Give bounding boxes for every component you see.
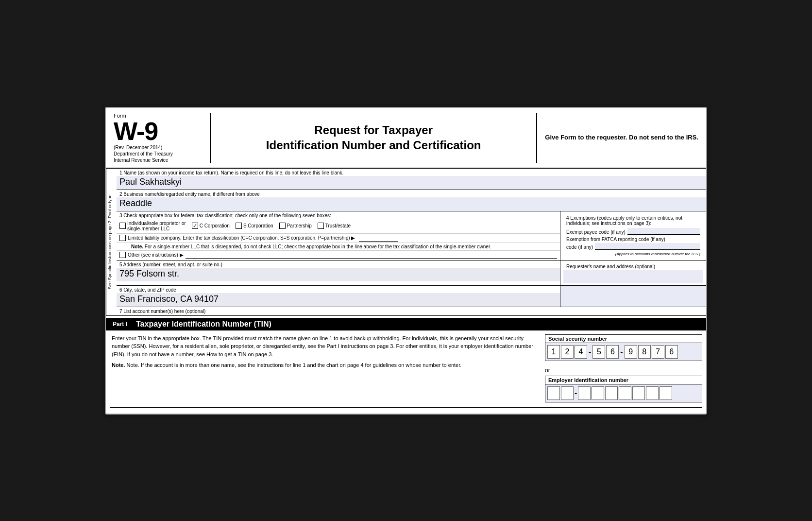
ssn-d8[interactable]: 7	[652, 345, 664, 359]
check-ccorp[interactable]: ✓ C Corporation	[192, 223, 230, 229]
checkbox-other[interactable]	[119, 252, 126, 258]
checkbox-llc[interactable]	[119, 235, 126, 241]
field-row-5: 5 Address (number, street, and apt. or s…	[117, 260, 706, 286]
form-body: See Specific Instructions on page 2. Pri…	[106, 169, 706, 316]
code-if-any: code (if any)	[566, 244, 593, 250]
ein-dash1: -	[575, 389, 577, 398]
llc-label: Limited liability company. Enter the tax…	[128, 235, 355, 241]
note-bold: Note.	[112, 362, 125, 368]
ein-d4[interactable]	[592, 386, 604, 400]
other-line[interactable]	[186, 252, 557, 259]
header-right-note: Give Form to the requester. Do not send …	[536, 113, 698, 163]
checkbox-ccorp[interactable]: ✓	[192, 223, 198, 229]
check-partnership[interactable]: Partnership	[279, 223, 312, 229]
fatca-line[interactable]	[595, 243, 700, 250]
field6-value[interactable]: San Francisco, CA 94107	[117, 293, 560, 307]
ein-d3[interactable]	[578, 386, 591, 400]
part1-title: Taxpayer Identification Number (TIN)	[136, 320, 271, 329]
other-label: Other (see instructions) ▶	[128, 252, 184, 258]
sidebar-label: See Specific Instructions on page 2. Pri…	[106, 169, 117, 315]
bottom-spacer	[106, 408, 706, 414]
field5-label: 5 Address (number, street, and apt. or s…	[117, 260, 560, 268]
classification-section: 3 Check appropriate box for federal tax …	[117, 211, 560, 260]
ssn-d6[interactable]: 9	[625, 345, 637, 359]
ssn-d1[interactable]: 1	[547, 345, 560, 359]
ssn-box: Social security number 1 2 4 - 5 6 - 9 8…	[545, 334, 702, 361]
scorp-label: S Corporation	[243, 223, 273, 228]
ein-label: Employer identification number	[545, 376, 702, 384]
ein-digits: -	[545, 384, 702, 402]
checkbox-individual[interactable]	[119, 223, 126, 229]
exemptions-section: 4 Exemptions (codes apply only to certai…	[560, 211, 706, 260]
ssn-label: Social security number	[545, 335, 702, 343]
part1-text: Enter your TIN in the appropriate box. T…	[106, 334, 541, 402]
fatca-label: Exemption from FATCA reporting code (if …	[566, 237, 700, 242]
checkbox-partnership[interactable]	[279, 223, 286, 229]
field2-label: 2 Business name/disregarded entity name,…	[117, 190, 706, 197]
ein-d5[interactable]	[605, 386, 618, 400]
field-row-3: 3 Check appropriate box for federal tax …	[117, 211, 706, 260]
city-section: 6 City, state, and ZIP code San Francisc…	[117, 286, 560, 307]
or-text: or	[545, 365, 702, 376]
applies-note: (Applies to accounts maintained outside …	[566, 252, 700, 256]
ein-d1[interactable]	[547, 386, 560, 400]
ssn-digits: 1 2 4 - 5 6 - 9 8 7 6	[545, 343, 702, 361]
field1-label: 1 Name (as shown on your income tax retu…	[117, 169, 706, 176]
form-title: Request for Taxpayer Identification Numb…	[266, 122, 481, 153]
field1-value[interactable]: Paul Sakhatskyi	[117, 176, 706, 190]
field7-label: 7 List account number(s) here (optional)	[119, 309, 205, 314]
requester-section: Requester's name and address (optional)	[560, 260, 706, 285]
exemptions-box: 4 Exemptions (codes apply only to certai…	[563, 213, 703, 258]
llc-line[interactable]	[359, 235, 398, 242]
part1-desc2-text: Note. If the account is in more than one…	[127, 362, 462, 368]
part1-desc2: Note. Note. If the account is in more th…	[112, 361, 535, 369]
individual-label: Individual/sole proprietor orsingle-memb…	[127, 221, 186, 231]
other-row: Other (see instructions) ▶	[117, 250, 560, 260]
note-bold-label: Note.	[131, 244, 143, 249]
field6-label: 6 City, state, and ZIP code	[117, 286, 560, 293]
ccorp-label: C Corporation	[200, 223, 230, 228]
ssn-d5[interactable]: 6	[606, 345, 619, 359]
ein-d6[interactable]	[619, 386, 631, 400]
field5-value[interactable]: 795 Folsom str.	[117, 268, 560, 281]
check-scorp[interactable]: S Corporation	[236, 223, 273, 229]
ssn-d3[interactable]: 4	[575, 345, 587, 359]
check-trust[interactable]: Trust/estate	[318, 223, 351, 229]
header-left: Form W-9 (Rev. December 2014) Department…	[114, 113, 211, 163]
ein-box: Employer identification number -	[545, 376, 702, 402]
part1-tin: Social security number 1 2 4 - 5 6 - 9 8…	[541, 334, 706, 402]
address-section: 5 Address (number, street, and apt. or s…	[117, 260, 560, 285]
ssn-d7[interactable]: 8	[638, 345, 651, 359]
ein-d9[interactable]	[660, 386, 672, 400]
w9-form: Form W-9 (Rev. December 2014) Department…	[105, 107, 707, 415]
requester-label: Requester's name and address (optional)	[563, 262, 703, 270]
ein-d8[interactable]	[646, 386, 659, 400]
part1-desc1: Enter your TIN in the appropriate box. T…	[112, 334, 535, 359]
check-individual[interactable]: Individual/sole proprietor orsingle-memb…	[119, 221, 186, 231]
field-row-1: 1 Name (as shown on your income tax retu…	[117, 169, 706, 190]
checkbox-scorp[interactable]	[236, 223, 242, 229]
ssn-dash2: -	[620, 347, 623, 356]
part1-label: Part I	[110, 320, 130, 329]
part1-header: Part I Taxpayer Identification Number (T…	[106, 318, 706, 330]
field2-value[interactable]: Readdle	[117, 197, 706, 211]
ein-d7[interactable]	[632, 386, 645, 400]
dept-line1: Department of the Treasury	[114, 151, 202, 156]
part1-section: Part I Taxpayer Identification Number (T…	[106, 318, 706, 414]
ein-d2[interactable]	[561, 386, 574, 400]
classification-row: Individual/sole proprietor orsingle-memb…	[117, 219, 560, 233]
part1-content: Enter your TIN in the appropriate box. T…	[106, 330, 706, 402]
form-number: W-9	[114, 119, 202, 144]
llc-row: Limited liability company. Enter the tax…	[117, 233, 560, 243]
exempt-payee-line[interactable]	[627, 228, 700, 235]
ssn-d2[interactable]: 2	[561, 345, 574, 359]
requester-value[interactable]	[563, 270, 703, 283]
header-center: Request for Taxpayer Identification Numb…	[211, 113, 536, 163]
ssn-d4[interactable]: 5	[592, 345, 605, 359]
trust-label: Trust/estate	[325, 223, 351, 228]
dept-line2: Internal Revenue Service	[114, 157, 202, 163]
ssn-d9[interactable]: 6	[665, 345, 678, 359]
requester-city-section	[560, 286, 706, 307]
checkbox-trust[interactable]	[318, 223, 324, 229]
field-row-6: 6 City, state, and ZIP code San Francisc…	[117, 286, 706, 307]
